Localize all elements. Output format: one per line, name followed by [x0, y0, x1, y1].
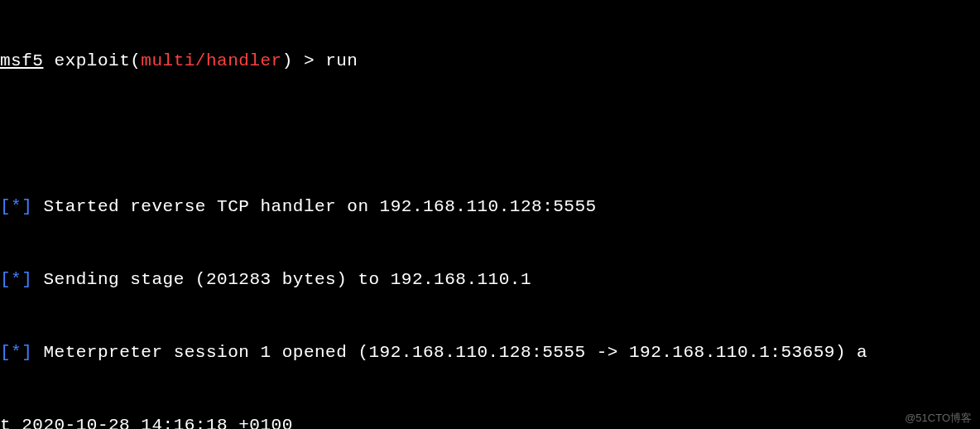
log-line-3b: t 2020-10-28 14:16:18 +0100 — [0, 413, 980, 429]
log-text-3a: Meterpreter session 1 opened (192.168.11… — [43, 343, 867, 362]
log-line-2: [*] Sending stage (201283 bytes) to 192.… — [0, 268, 980, 292]
bracket-close: ] — [22, 197, 32, 216]
prompt-gt: > — [304, 51, 315, 70]
bracket-open: [ — [0, 343, 11, 362]
bracket-open: [ — [0, 197, 11, 216]
log-line-1: [*] Started reverse TCP handler on 192.1… — [0, 195, 980, 219]
log-line-3a: [*] Meterpreter session 1 opened (192.16… — [0, 340, 980, 364]
paren-close: ) — [282, 51, 293, 70]
watermark: @51CTO博客 — [905, 411, 972, 426]
terminal-output[interactable]: msf5 exploit(multi/handler) > run [*] St… — [0, 0, 980, 429]
log-text-3b: t 2020-10-28 14:16:18 +0100 — [0, 416, 293, 429]
star-icon: * — [11, 197, 22, 216]
log-text-1: Started reverse TCP handler on 192.168.1… — [43, 197, 596, 216]
prompt-line-msf: msf5 exploit(multi/handler) > run — [0, 49, 980, 73]
cmd-run: run — [325, 51, 358, 70]
star-icon: * — [11, 343, 22, 362]
log-text-2: Sending stage (201283 bytes) to 192.168.… — [43, 270, 531, 289]
blank-line — [0, 122, 980, 146]
exploit-word: exploit — [55, 51, 131, 70]
module-path: multi/handler — [141, 51, 281, 70]
bracket-close: ] — [22, 343, 32, 362]
bracket-close: ] — [22, 270, 32, 289]
msf-label: msf5 — [0, 51, 43, 70]
paren-open: ( — [130, 51, 141, 70]
star-icon: * — [11, 270, 22, 289]
bracket-open: [ — [0, 270, 11, 289]
